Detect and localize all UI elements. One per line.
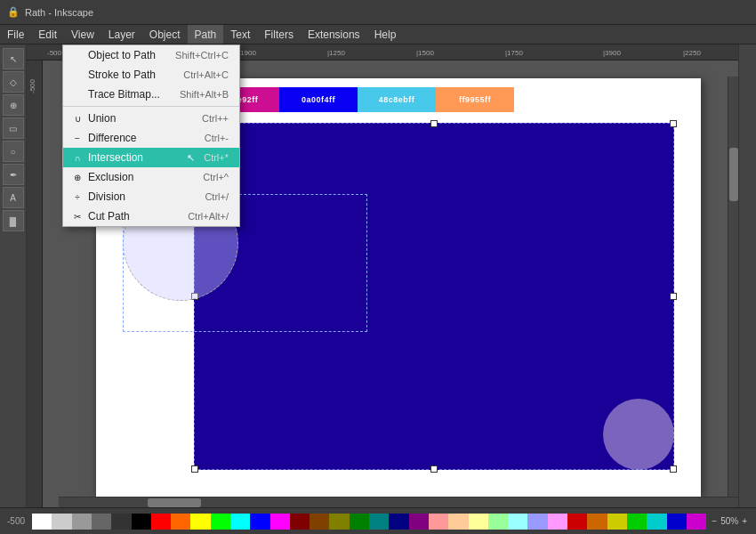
text-tool[interactable]: A: [3, 187, 24, 208]
division-item[interactable]: ÷ Division Ctrl+/: [63, 187, 239, 206]
palette-color[interactable]: [52, 514, 71, 530]
menu-help[interactable]: Help: [367, 25, 404, 44]
palette-color[interactable]: [687, 514, 706, 530]
palette-color[interactable]: [488, 514, 508, 530]
trace-bitmap-label: Trace Bitmap...: [88, 88, 160, 101]
palette-color[interactable]: [527, 514, 547, 530]
zoom-controls: − 50% +: [710, 514, 749, 528]
menu-text[interactable]: Text: [223, 25, 257, 44]
menu-view[interactable]: View: [64, 25, 101, 44]
svg-text:-500: -500: [47, 49, 62, 57]
zoom-in-btn[interactable]: +: [740, 514, 749, 528]
menu-filters[interactable]: Filters: [257, 25, 301, 44]
path-dropdown: Object to Path Shift+Ctrl+C Stroke to Pa…: [62, 44, 240, 227]
svg-text:|3900: |3900: [603, 49, 621, 57]
palette-color[interactable]: [469, 514, 488, 530]
palette-color[interactable]: [627, 514, 647, 530]
palette-color[interactable]: [587, 514, 607, 530]
union-label: Union: [88, 112, 116, 125]
palette-color[interactable]: [508, 514, 527, 530]
palette-color[interactable]: [151, 514, 171, 530]
handle-br[interactable]: [670, 465, 677, 473]
exclusion-shortcut: Ctrl+^: [203, 172, 229, 182]
swatch-orange[interactable]: ff9955ff: [436, 87, 514, 112]
object-to-path-item[interactable]: Object to Path Shift+Ctrl+C: [63, 45, 239, 65]
stroke-to-path-item[interactable]: Stroke to Path Ctrl+Alt+C: [63, 65, 239, 85]
ruler-left: -500: [27, 61, 43, 507]
zoom-out-btn[interactable]: −: [710, 514, 719, 528]
swatch-blue[interactable]: 0a00f4ff: [279, 87, 358, 112]
palette-color[interactable]: [329, 514, 349, 530]
difference-shortcut: Ctrl+-: [205, 133, 229, 143]
handle-tm[interactable]: [430, 120, 438, 127]
palette-color[interactable]: [409, 514, 429, 530]
difference-item[interactable]: − Difference Ctrl+-: [63, 128, 239, 148]
handle-bl[interactable]: [191, 465, 198, 473]
palette-color[interactable]: [350, 514, 369, 530]
palette-color[interactable]: [647, 514, 666, 530]
zoom-level: 50%: [720, 516, 738, 526]
swatch-cyan[interactable]: 48c8ebff: [358, 87, 436, 112]
horizontal-scrollbar[interactable]: [59, 497, 738, 507]
division-shortcut: Ctrl+/: [205, 191, 229, 202]
svg-text:|2250: |2250: [683, 49, 701, 57]
palette-color[interactable]: [369, 514, 389, 530]
palette-color[interactable]: [111, 514, 131, 530]
menu-extensions[interactable]: Extensions: [301, 25, 367, 44]
menu-bar: File Edit View Layer Object Path Text Fi…: [0, 25, 756, 44]
cut-path-label: Cut Path: [88, 210, 130, 222]
menu-object[interactable]: Object: [142, 25, 188, 44]
handle-bm[interactable]: [430, 465, 438, 473]
svg-text:|1250: |1250: [327, 49, 345, 57]
circle-tool[interactable]: ○: [3, 141, 24, 162]
blue-rectangle[interactable]: [194, 123, 674, 470]
palette-color[interactable]: [310, 514, 329, 530]
palette-color[interactable]: [72, 514, 92, 530]
trace-bitmap-shortcut: Shift+Alt+B: [180, 89, 229, 100]
small-circle-br[interactable]: [603, 399, 674, 470]
palette-color[interactable]: [190, 514, 210, 530]
palette-color[interactable]: [270, 514, 290, 530]
palette-color[interactable]: [448, 514, 468, 530]
difference-label: Difference: [88, 132, 136, 144]
fill-tool[interactable]: ▓: [3, 210, 24, 231]
svg-text:|1500: |1500: [416, 49, 434, 57]
palette-color[interactable]: [667, 514, 687, 530]
vertical-scrollbar[interactable]: [728, 77, 738, 497]
menu-layer[interactable]: Layer: [101, 25, 142, 44]
hscrollbar-thumb[interactable]: [148, 498, 201, 507]
trace-bitmap-item[interactable]: Trace Bitmap... Shift+Alt+B: [63, 85, 239, 104]
palette-color[interactable]: [429, 514, 448, 530]
vscrollbar-thumb[interactable]: [729, 148, 738, 201]
palette-color[interactable]: [567, 514, 587, 530]
stroke-to-path-label: Stroke to Path: [88, 69, 156, 81]
rectangle-tool[interactable]: ▭: [3, 117, 24, 139]
palette-color[interactable]: [548, 514, 567, 530]
menu-edit[interactable]: Edit: [31, 25, 64, 44]
palette-color[interactable]: [132, 514, 151, 530]
menu-file[interactable]: File: [0, 25, 31, 44]
palette-color[interactable]: [32, 514, 52, 530]
handle-mr[interactable]: [670, 293, 677, 300]
palette-color[interactable]: [211, 514, 230, 530]
cut-path-item[interactable]: ✂ Cut Path Ctrl+Alt+/: [63, 206, 239, 226]
exclusion-item[interactable]: ⊕ Exclusion Ctrl+^: [63, 167, 239, 187]
palette-color[interactable]: [389, 514, 408, 530]
handle-tr[interactable]: [670, 120, 677, 127]
node-tool[interactable]: ◇: [3, 71, 24, 93]
zoom-tool[interactable]: ⊕: [3, 94, 24, 116]
palette-color[interactable]: [607, 514, 627, 530]
pen-tool[interactable]: ✒: [3, 164, 24, 185]
palette-color[interactable]: [290, 514, 310, 530]
intersection-item[interactable]: ∩ Intersection ↖ Ctrl+*: [63, 148, 239, 167]
object-to-path-label: Object to Path: [88, 49, 156, 61]
menu-path[interactable]: Path: [188, 25, 224, 44]
palette-color[interactable]: [171, 514, 190, 530]
palette-color[interactable]: [250, 514, 269, 530]
select-tool[interactable]: ↖: [3, 48, 24, 69]
palette-color[interactable]: [230, 514, 250, 530]
union-shortcut: Ctrl++: [202, 113, 229, 124]
palette-color[interactable]: [92, 514, 111, 530]
union-item[interactable]: ∪ Union Ctrl++: [63, 109, 239, 128]
division-label: Division: [88, 190, 125, 203]
